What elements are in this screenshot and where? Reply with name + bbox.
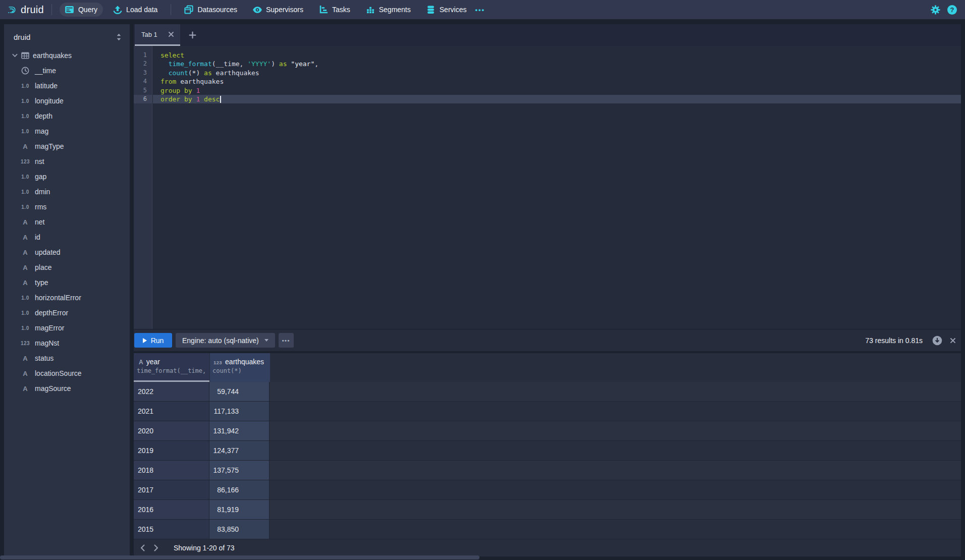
sidebar-field-nst[interactable]: 123nst <box>4 154 130 169</box>
float-type-icon: 1.0 <box>19 174 31 180</box>
sidebar-field-type[interactable]: Atype <box>4 275 130 290</box>
sidebar-field-gap[interactable]: 1.0gap <box>4 169 130 184</box>
cell-earthquakes[interactable]: 131,942 <box>209 421 270 440</box>
cell-year[interactable]: 2016 <box>134 500 209 519</box>
cell-earthquakes[interactable]: 59,744 <box>209 382 270 401</box>
cell-filler <box>270 382 961 401</box>
sidebar-field--time[interactable]: __time <box>4 63 130 78</box>
cell-earthquakes[interactable]: 81,919 <box>209 500 270 519</box>
sql-editor[interactable]: 123456 select time_format(__time, 'YYYY'… <box>134 46 961 329</box>
help-icon[interactable]: ? <box>947 5 957 15</box>
upload-icon <box>113 5 122 14</box>
tab-close-icon[interactable] <box>167 30 176 39</box>
close-results-icon[interactable] <box>949 337 957 345</box>
clock-icon <box>19 67 31 75</box>
add-tab-button[interactable] <box>187 29 198 41</box>
cell-year[interactable]: 2022 <box>134 382 209 401</box>
field-label: id <box>35 233 40 241</box>
sidebar-field-mag[interactable]: 1.0mag <box>4 124 130 139</box>
sidebar-field-magsource[interactable]: AmagSource <box>4 381 130 396</box>
nav-item-services[interactable]: Services <box>421 3 472 17</box>
sidebar-item-earthquakes[interactable]: earthquakes <box>4 48 130 63</box>
tab-tab1[interactable]: Tab 1 <box>135 24 180 46</box>
download-icon[interactable] <box>932 335 942 346</box>
nav-item-query[interactable]: Query <box>60 3 103 17</box>
sidebar-field-horizontalerror[interactable]: 1.0horizontalError <box>4 290 130 305</box>
field-label: place <box>35 263 51 271</box>
cell-earthquakes[interactable]: 137,575 <box>209 461 270 480</box>
cell-year[interactable]: 2015 <box>134 520 209 539</box>
druid-logo[interactable]: druid <box>7 4 44 16</box>
field-label: nst <box>35 157 44 165</box>
cell-earthquakes[interactable]: 124,377 <box>209 441 270 460</box>
query-more-button[interactable]: ••• <box>279 333 294 348</box>
sidebar-field-id[interactable]: Aid <box>4 230 130 245</box>
nav-more-button[interactable]: ••• <box>472 6 488 14</box>
horizontal-scrollbar[interactable] <box>0 555 479 559</box>
result-status: 73 results in 0.81s <box>865 337 923 345</box>
column-header-year[interactable]: Ayeartime_format(__time, … <box>134 353 209 382</box>
nav-item-load-data[interactable]: Load data <box>108 3 163 17</box>
sidebar-field-depth[interactable]: 1.0depth <box>4 108 130 124</box>
field-label: updated <box>35 248 61 256</box>
sidebar-field-latitude[interactable]: 1.0latitude <box>4 78 130 93</box>
code-token: as <box>279 60 287 68</box>
cell-earthquakes[interactable]: 117,133 <box>209 402 270 421</box>
string-type-icon: A <box>19 264 31 271</box>
text-cursor <box>220 96 221 103</box>
float-type-icon: 1.0 <box>19 83 31 89</box>
sidebar-field-updated[interactable]: Aupdated <box>4 245 130 260</box>
sidebar-field-magnst[interactable]: 123magNst <box>4 335 130 351</box>
code-token: count <box>169 69 188 77</box>
stacked-chart-icon <box>366 5 375 14</box>
line-number: 2 <box>134 60 152 68</box>
run-button[interactable]: Run <box>134 333 172 348</box>
field-label: rms <box>35 203 46 211</box>
table-row: 2021117,133 <box>134 402 961 421</box>
cell-year[interactable]: 2018 <box>134 461 209 480</box>
next-page-button[interactable] <box>152 542 160 553</box>
cell-earthquakes[interactable]: 86,166 <box>209 480 270 499</box>
sidebar-field-place[interactable]: Aplace <box>4 260 130 275</box>
field-label: magError <box>35 324 64 332</box>
sidebar-field-magerror[interactable]: 1.0magError <box>4 320 130 335</box>
sidebar-field-net[interactable]: Anet <box>4 214 130 230</box>
sidebar-field-longitude[interactable]: 1.0longitude <box>4 93 130 108</box>
code-token <box>200 95 204 103</box>
nav-item-segments[interactable]: Segments <box>360 3 416 17</box>
nav-item-label: Load data <box>126 6 157 14</box>
nav-item-datasources[interactable]: Datasources <box>179 3 243 17</box>
cell-year[interactable]: 2020 <box>134 421 209 440</box>
sort-icon[interactable] <box>115 32 123 42</box>
code-token: from <box>160 78 176 85</box>
editor-code: select time_format(__time, 'YYYY') as "y… <box>153 46 961 103</box>
table-row: 2018137,575 <box>134 461 961 480</box>
nav-item-supervisors[interactable]: Supervisors <box>247 3 309 17</box>
prev-page-button[interactable] <box>138 542 147 553</box>
cell-filler <box>270 520 961 539</box>
cell-year[interactable]: 2019 <box>134 441 209 460</box>
sidebar-field-locationsource[interactable]: AlocationSource <box>4 366 130 381</box>
field-label: latitude <box>35 82 58 90</box>
sidebar-field-dmin[interactable]: 1.0dmin <box>4 184 130 199</box>
cell-year[interactable]: 2017 <box>134 480 209 499</box>
sidebar-field-status[interactable]: Astatus <box>4 351 130 366</box>
field-label: longitude <box>35 97 64 105</box>
cell-year[interactable]: 2021 <box>134 402 209 421</box>
string-type-icon: A <box>19 218 31 226</box>
table-row: 201681,919 <box>134 500 961 520</box>
gear-icon[interactable] <box>931 5 940 15</box>
engine-select[interactable]: Engine: auto (sql-native) <box>176 333 275 348</box>
sidebar-field-rms[interactable]: 1.0rms <box>4 199 130 214</box>
column-name: earthquakes <box>225 358 264 366</box>
code-token: group by <box>160 87 192 94</box>
field-label: magSource <box>35 384 71 393</box>
field-label: dmin <box>35 188 50 196</box>
cell-earthquakes[interactable]: 83,850 <box>209 520 270 539</box>
eye-icon <box>253 5 262 14</box>
sidebar-field-magtype[interactable]: AmagType <box>4 139 130 154</box>
nav-item-tasks[interactable]: Tasks <box>313 3 356 17</box>
code-line: time_format(__time, 'YYYY') as "year", <box>153 60 961 68</box>
column-header-earthquakes[interactable]: 123earthquakescount(*) <box>210 353 270 382</box>
sidebar-field-deptherror[interactable]: 1.0depthError <box>4 305 130 320</box>
